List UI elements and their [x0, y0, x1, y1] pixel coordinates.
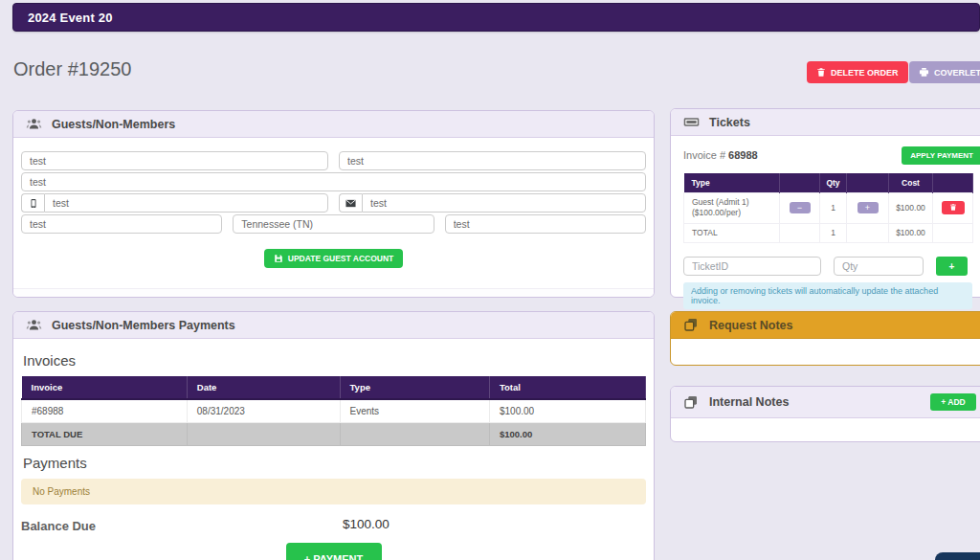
- ticket-total-qty: 1: [820, 223, 847, 242]
- payments-card-title: Guests/Non-Members Payments: [52, 319, 235, 332]
- coverletter-label: COVERLETTER: [934, 68, 980, 78]
- envelope-icon: [339, 193, 362, 213]
- users-icon: [26, 317, 42, 333]
- email-field[interactable]: [362, 193, 646, 213]
- increase-qty-button[interactable]: +: [858, 202, 879, 213]
- tickets-card-header: Tickets: [671, 109, 980, 136]
- event-banner[interactable]: 2024 Event 20: [12, 3, 980, 32]
- total-due-label: TOTAL DUE: [22, 423, 188, 446]
- internal-notes-header: Internal Notes + ADD: [671, 387, 980, 418]
- invoices-table: Invoice Date Type Total #68988 08/31/202…: [21, 376, 646, 446]
- ticket-info-alert: Adding or removing tickets will automati…: [683, 282, 972, 309]
- save-icon: [274, 254, 283, 263]
- invoices-table-header-row: Invoice Date Type Total: [22, 376, 646, 399]
- trash-icon: [949, 203, 957, 212]
- ticket-type-cell: Guest (Admit 1) ($100.00/per): [684, 193, 780, 224]
- col-type: Type: [340, 376, 489, 399]
- col-invoice: Invoice: [22, 376, 188, 399]
- add-payment-label: + PAYMENT: [304, 553, 363, 560]
- balance-due-row: Balance Due $100.00: [21, 517, 646, 534]
- event-banner-title: 2024 Event 20: [28, 11, 113, 25]
- col-total: Total: [489, 376, 645, 399]
- invoice-date-cell: 08/31/2023: [187, 399, 340, 423]
- invoice-number-cell: #68988: [22, 399, 188, 423]
- ticket-cost-cell: $100.00: [889, 193, 933, 224]
- ticket-total-cost: $100.00: [889, 223, 933, 242]
- last-name-field[interactable]: [339, 151, 646, 170]
- page-title: Order #19250: [13, 58, 131, 80]
- payments-card-header: Guests/Non-Members Payments: [13, 312, 654, 339]
- note-icon: [683, 394, 700, 411]
- coverletter-button[interactable]: COVERLETTER: [909, 61, 980, 83]
- invoices-heading: Invoices: [23, 352, 646, 369]
- guest-form: UPDATE GUEST ACCOUNT: [13, 138, 654, 268]
- col-ticket-type: Type: [684, 173, 780, 193]
- invoice-total-cell: $100.00: [489, 399, 645, 423]
- internal-notes-card: Internal Notes + ADD: [670, 386, 980, 442]
- request-notes-card: Request Notes: [670, 311, 980, 366]
- payments-card: Guests/Non-Members Payments Invoices Inv…: [12, 311, 655, 560]
- table-row[interactable]: #68988 08/31/2023 Events $100.00: [22, 399, 646, 423]
- delete-order-button[interactable]: DELETE ORDER: [807, 61, 908, 83]
- guests-card-footer: [13, 288, 654, 297]
- add-ticket-button[interactable]: +: [936, 257, 968, 276]
- invoice-type-cell: Events: [340, 399, 489, 423]
- col-ticket-cost: Cost: [889, 173, 933, 193]
- city-field[interactable]: [21, 214, 222, 234]
- payments-heading: Payments: [23, 455, 646, 471]
- users-icon: [26, 116, 42, 132]
- chat-widget[interactable]: [935, 552, 980, 560]
- note-icon: [683, 317, 700, 333]
- ticket-qty-cell: 1: [820, 193, 847, 224]
- internal-notes-title: Internal Notes: [709, 395, 789, 409]
- printer-icon: [919, 67, 929, 78]
- no-payments-alert: No Payments: [21, 479, 646, 504]
- balance-due-value: $100.00: [343, 517, 390, 531]
- request-notes-header: Request Notes: [671, 312, 980, 339]
- trash-icon: [816, 67, 826, 78]
- apply-payment-button[interactable]: APPLY PAYMENT: [902, 146, 980, 165]
- update-guest-account-button[interactable]: UPDATE GUEST ACCOUNT: [264, 249, 404, 268]
- tickets-table-header-row: Type Qty Cost: [684, 173, 973, 193]
- tickets-card-title: Tickets: [709, 116, 750, 129]
- phone-icon: [21, 193, 44, 213]
- apply-payment-label: APPLY PAYMENT: [910, 151, 973, 160]
- add-payment-button[interactable]: + PAYMENT: [286, 543, 382, 560]
- add-internal-note-button[interactable]: + ADD: [930, 393, 976, 411]
- ticket-id-input[interactable]: [683, 257, 821, 276]
- tickets-card: Tickets Invoice # 68988 APPLY PAYMENT Ty…: [670, 108, 980, 298]
- delete-order-label: DELETE ORDER: [831, 68, 899, 78]
- tickets-table: Type Qty Cost Guest (Admit 1) ($100.00/p…: [683, 173, 973, 243]
- total-due-row: TOTAL DUE $100.00: [22, 423, 646, 446]
- invoice-number-label: Invoice # 68988: [683, 149, 758, 161]
- update-guest-account-label: UPDATE GUEST ACCOUNT: [288, 254, 394, 263]
- invoice-number: 68988: [728, 149, 758, 161]
- ticket-total-label: TOTAL: [684, 223, 780, 242]
- request-notes-title: Request Notes: [709, 319, 793, 332]
- guests-card: Guests/Non-Members: [12, 110, 655, 298]
- decrease-qty-button[interactable]: −: [790, 202, 811, 213]
- col-date: Date: [187, 376, 340, 399]
- ticket-total-row: TOTAL 1 $100.00: [684, 223, 973, 242]
- first-name-field[interactable]: [21, 151, 328, 170]
- email-input-group: [339, 193, 646, 213]
- zip-field[interactable]: [445, 214, 646, 234]
- remove-ticket-button[interactable]: [942, 201, 965, 214]
- address-field[interactable]: [21, 172, 646, 191]
- ticket-icon: [683, 114, 700, 130]
- guests-card-title: Guests/Non-Members: [52, 118, 175, 131]
- total-due-value: $100.00: [489, 423, 645, 446]
- phone-field[interactable]: [44, 193, 328, 213]
- add-internal-note-label: + ADD: [941, 397, 965, 407]
- phone-input-group: [21, 193, 328, 213]
- ticket-row: Guest (Admit 1) ($100.00/per) − 1 + $100…: [684, 193, 973, 224]
- order-page: 2024 Event 20 Order #19250 DELETE ORDER …: [0, 0, 980, 560]
- guests-card-header: Guests/Non-Members: [13, 111, 654, 138]
- balance-due-label: Balance Due: [21, 519, 96, 533]
- ticket-qty-input[interactable]: [834, 257, 924, 276]
- state-select[interactable]: [233, 214, 434, 234]
- col-ticket-qty: Qty: [820, 173, 847, 193]
